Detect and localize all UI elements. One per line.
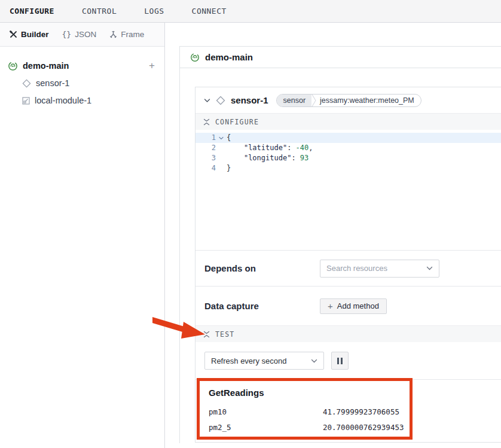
test-section-header: TEST — [195, 325, 501, 342]
refresh-rate-value: Refresh every second — [211, 356, 286, 365]
tree-item-local-module-1[interactable]: local-module-1 — [0, 92, 164, 109]
main-content: demo-main sensor-1 sensor — [165, 23, 501, 448]
tree-item-machine[interactable]: demo-main + — [0, 57, 164, 74]
sensor-card: sensor-1 sensor jessamy:weather:meteo_PM — [195, 87, 501, 443]
refresh-controls: Refresh every second — [195, 342, 501, 379]
reading-key: pm10 — [209, 407, 323, 416]
diamond-icon — [22, 79, 31, 88]
code-line: 2 "latitude": -40, — [195, 143, 501, 153]
refresh-rate-select[interactable]: Refresh every second — [204, 352, 324, 370]
tree-item-sensor-1[interactable]: sensor-1 — [0, 75, 164, 92]
resource-tree: demo-main + sensor-1 local-module-1 — [0, 47, 164, 109]
code-line: 4 } — [195, 163, 501, 173]
machine-header-title: demo-main — [205, 52, 253, 62]
sensor-card-name: sensor-1 — [231, 95, 268, 105]
tab-connect[interactable]: CONNECT — [192, 7, 227, 16]
module-icon — [22, 97, 30, 105]
badge-separator-chevron-icon — [311, 94, 316, 107]
mode-json[interactable]: {} JSON — [62, 30, 97, 39]
resource-type-badge: sensor jessamy:weather:meteo_PM — [276, 94, 421, 107]
badge-type: sensor — [277, 95, 312, 106]
collapse-icon[interactable] — [203, 118, 210, 126]
pause-icon — [337, 358, 339, 364]
fold-chevron-icon[interactable] — [216, 133, 227, 143]
machine-container: demo-main sensor-1 sensor — [179, 46, 501, 443]
sensor-card-header: sensor-1 sensor jessamy:weather:meteo_PM — [195, 87, 501, 113]
braces-icon: {} — [62, 30, 72, 39]
depends-on-placeholder: Search resources — [326, 264, 387, 273]
depends-on-row: Depends on Search resources — [195, 250, 501, 286]
chevron-down-icon[interactable] — [204, 98, 210, 103]
frame-axes-icon — [109, 31, 117, 38]
test-section-label: TEST — [215, 330, 235, 339]
view-mode-toolbar: Builder {} JSON Frame — [0, 23, 164, 47]
depends-on-select[interactable]: Search resources — [320, 260, 439, 278]
reading-value: 20.700000762939453 — [323, 423, 404, 432]
mode-frame[interactable]: Frame — [109, 30, 144, 39]
pause-button[interactable] — [331, 352, 349, 370]
mode-builder[interactable]: Builder — [10, 30, 49, 39]
chevron-down-icon — [311, 359, 317, 363]
machine-part-icon — [8, 61, 18, 71]
page: CONFIGURE CONTROL LOGS CONNECT Builder {… — [0, 0, 501, 448]
line-number: 4 — [195, 163, 216, 173]
code-line: 3 "longitude": 93 — [195, 153, 501, 163]
reading-row: pm2_5 20.700000762939453 — [209, 423, 501, 432]
tree-item-machine-label: demo-main — [23, 61, 69, 71]
mode-builder-label: Builder — [21, 30, 49, 39]
line-number: 2 — [195, 143, 216, 153]
pause-icon — [341, 358, 343, 364]
add-resource-button[interactable]: + — [149, 57, 155, 74]
add-method-button[interactable]: + Add method — [320, 298, 387, 314]
tree-item-sensor-1-label: sensor-1 — [36, 78, 69, 88]
top-nav: CONFIGURE CONTROL LOGS CONNECT — [0, 0, 501, 23]
tab-control[interactable]: CONTROL — [82, 7, 117, 16]
collapse-icon[interactable] — [203, 331, 210, 338]
tree-item-local-module-1-label: local-module-1 — [35, 96, 91, 105]
chevron-down-icon — [426, 266, 433, 270]
code-text: { — [227, 133, 231, 143]
configure-section-label: CONFIGURE — [215, 118, 259, 126]
code-text: "latitude": -40, — [227, 143, 313, 153]
line-number: 1 — [195, 133, 216, 143]
configure-section-header: CONFIGURE — [195, 113, 501, 130]
reading-row: pm10 41.79999923706055 — [209, 407, 501, 416]
data-capture-label: Data capture — [204, 301, 320, 311]
mode-frame-label: Frame — [121, 30, 144, 39]
data-capture-row: Data capture + Add method — [195, 286, 501, 325]
attributes-code-editor[interactable]: 1 { 2 "latitude": -40, 3 — [195, 130, 501, 250]
machine-part-icon — [190, 53, 200, 62]
diamond-icon — [216, 96, 225, 105]
sidebar: Builder {} JSON Frame — [0, 23, 165, 448]
tab-logs[interactable]: LOGS — [144, 7, 164, 16]
reading-key: pm2_5 — [209, 423, 323, 432]
machine-header: demo-main — [180, 46, 501, 68]
plus-icon: + — [328, 301, 333, 310]
readings-title: GetReadings — [209, 388, 501, 398]
tab-configure[interactable]: CONFIGURE — [10, 7, 54, 16]
mode-json-label: JSON — [75, 30, 96, 39]
reading-value: 41.79999923706055 — [323, 407, 399, 416]
line-number: 3 — [195, 153, 216, 163]
add-method-label: Add method — [337, 301, 379, 310]
tools-icon — [10, 31, 17, 38]
test-panel: Refresh every second GetReadings pm10 — [195, 342, 501, 442]
code-text: } — [227, 163, 231, 173]
code-text: "longitude": 93 — [227, 153, 308, 163]
depends-on-label: Depends on — [204, 263, 320, 273]
badge-model: jessamy:weather:meteo_PM — [316, 95, 421, 106]
readings-panel: GetReadings pm10 41.79999923706055 pm2_5… — [195, 379, 501, 442]
code-line: 1 { — [195, 133, 501, 143]
